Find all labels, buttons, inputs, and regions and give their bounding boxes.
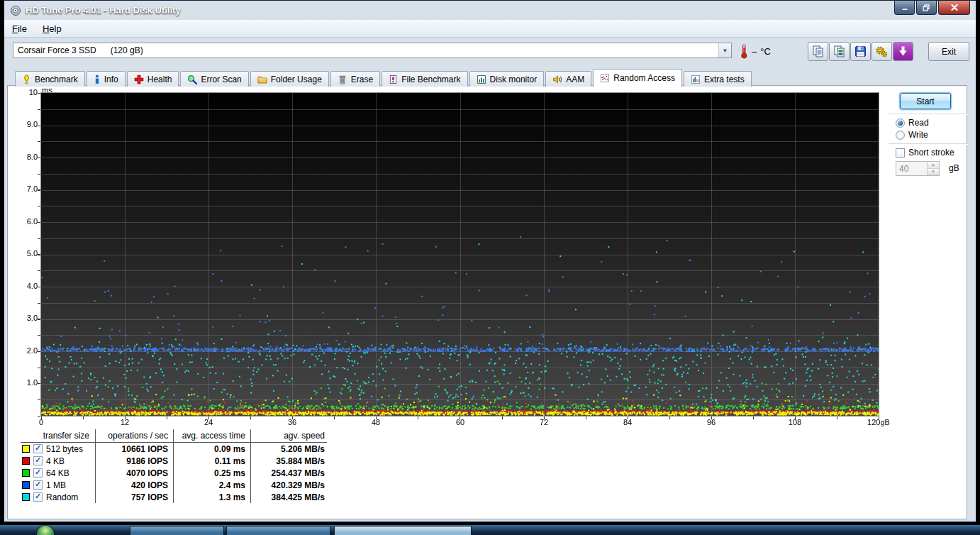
series-color-swatch <box>22 481 30 489</box>
restore-button[interactable] <box>916 1 937 15</box>
error-scan-icon <box>187 75 197 84</box>
tab-label: Disk monitor <box>490 75 538 84</box>
tab-label: File Benchmark <box>401 75 460 84</box>
toolbar: Corsair Force 3 SSD (120 gB) ▼ – °C <box>4 38 976 68</box>
read-label: Read <box>908 118 929 128</box>
chevron-down-icon[interactable]: ▼ <box>718 43 731 57</box>
series-checkbox[interactable] <box>33 456 43 465</box>
minimize-button[interactable] <box>894 1 915 15</box>
y-axis-ticks <box>38 93 40 417</box>
write-radio-row[interactable]: Write <box>896 130 928 140</box>
y-tick-label: 6.0 <box>13 217 38 226</box>
close-button[interactable] <box>938 1 970 15</box>
drive-selector[interactable]: Corsair Force 3 SSD (120 gB) ▼ <box>13 43 732 58</box>
spinner-down-icon[interactable]: ▼ <box>928 169 939 176</box>
series-label: 1 MB <box>46 480 66 490</box>
tab-info[interactable]: Info <box>87 71 126 87</box>
options-button[interactable] <box>872 42 892 61</box>
tab-random-access[interactable]: Random Access <box>593 69 682 87</box>
short-stroke-size-spinner[interactable]: 40 ▲ ▼ <box>896 161 940 176</box>
x-tick-label: 84 <box>606 418 649 426</box>
tab-file-benchmark[interactable]: File Benchmark <box>382 71 467 87</box>
results-table-header: transfer size operations / sec avg. acce… <box>21 429 327 443</box>
tab-label: Folder Usage <box>271 75 322 84</box>
speed-value: 254.437 MB/s <box>272 468 325 478</box>
x-tick-label: 0 <box>20 418 62 426</box>
menu-file[interactable]: File <box>4 21 35 37</box>
x-tick-label: 24 <box>187 418 230 426</box>
series-checkbox[interactable] <box>33 444 43 453</box>
access-time-value: 2.4 ms <box>219 480 245 490</box>
copy-text-button[interactable] <box>808 42 828 61</box>
spinner-up-icon[interactable]: ▲ <box>928 162 939 169</box>
table-row-64-kb: 64 KB 4070 IOPS 0.25 ms 254.437 MB/s <box>21 467 327 479</box>
tab-folder-usage[interactable]: Folder Usage <box>250 71 329 87</box>
header-operations: operations / sec <box>96 429 174 442</box>
short-stroke-checkbox[interactable] <box>896 148 905 158</box>
y-tick-label: 3.0 <box>13 314 38 322</box>
extra-tests-icon <box>691 75 701 84</box>
tab-extra-tests[interactable]: Extra tests <box>684 71 752 87</box>
chart-plot-area <box>41 93 879 416</box>
tab-strip: Benchmark Info Health Error Scan <box>4 68 976 87</box>
y-tick-label: 9.0 <box>13 120 38 128</box>
series-checkbox[interactable] <box>33 468 43 478</box>
tab-error-scan[interactable]: Error Scan <box>180 71 248 87</box>
options-gear-icon <box>875 45 889 58</box>
header-avg-speed: agv. speed <box>251 429 326 442</box>
download-update-button[interactable] <box>893 42 913 61</box>
header-access-time: avg. access time <box>174 429 251 442</box>
short-stroke-row[interactable]: Short stroke <box>896 148 954 158</box>
taskbar-button[interactable] <box>334 526 472 535</box>
file-benchmark-icon <box>389 75 398 84</box>
tab-benchmark[interactable]: Benchmark <box>15 71 85 87</box>
start-label: Start <box>916 96 934 106</box>
table-row-1-mb: 1 MB 420 IOPS 2.4 ms 420.329 MB/s <box>21 479 327 491</box>
disk-monitor-icon <box>477 75 486 84</box>
tab-aam[interactable]: AAM <box>545 71 591 87</box>
table-row-random: Random 757 IOPS 1.3 ms 384.425 MB/s <box>21 491 327 503</box>
save-button[interactable] <box>850 42 871 61</box>
access-time-value: 0.09 ms <box>214 444 245 454</box>
tab-health[interactable]: Health <box>127 71 179 87</box>
copy-image-button[interactable] <box>829 42 850 61</box>
series-checkbox[interactable] <box>33 492 43 502</box>
taskbar-button[interactable] <box>226 526 330 535</box>
tab-disk-monitor[interactable]: Disk monitor <box>469 71 545 87</box>
tab-erase[interactable]: Erase <box>330 71 380 87</box>
speed-value: 35.884 MB/s <box>276 456 325 466</box>
iops-value: 4070 IOPS <box>126 468 168 478</box>
folder-usage-icon <box>257 75 267 84</box>
y-tick-label: 2.0 <box>13 346 38 355</box>
exit-button[interactable]: Exit <box>928 42 969 61</box>
separator <box>889 114 968 115</box>
title-bar: HD Tune Pro 4.01 - Hard Disk Utility <box>4 1 976 20</box>
y-tick-label: 7.0 <box>13 184 38 193</box>
tab-label: AAM <box>566 75 584 84</box>
read-radio-row[interactable]: Read <box>896 118 929 128</box>
access-time-value: 0.25 ms <box>214 468 245 478</box>
series-checkbox[interactable] <box>33 480 43 490</box>
y-tick-label: 10 <box>13 88 38 96</box>
start-button[interactable]: Start <box>900 93 951 109</box>
spinner-value: 40 <box>896 162 927 175</box>
window-title: HD Tune Pro 4.01 - Hard Disk Utility <box>26 5 181 16</box>
write-radio[interactable] <box>896 131 905 140</box>
menu-help[interactable]: Help <box>35 21 69 37</box>
read-radio[interactable] <box>896 118 905 128</box>
random-access-panel: ms 10 9.0 8.0 7.0 6.0 5.0 4.0 3.0 2.0 1.… <box>7 85 967 519</box>
table-row-4-kb: 4 KB 9186 IOPS 0.11 ms 35.884 MB/s <box>21 455 327 467</box>
health-icon <box>134 75 144 84</box>
access-time-value: 0.11 ms <box>215 456 245 466</box>
random-access-chart-canvas <box>41 93 879 416</box>
write-label: Write <box>908 130 928 140</box>
x-tick-label: 36 <box>271 418 313 426</box>
access-time-value: 1.3 ms <box>219 492 245 502</box>
taskbar-button[interactable] <box>130 526 224 535</box>
tab-label: Benchmark <box>35 75 78 84</box>
size-unit-label: gB <box>949 163 959 173</box>
thermometer-icon <box>740 43 748 59</box>
tab-label: Info <box>104 75 118 84</box>
short-stroke-label: Short stroke <box>908 148 954 158</box>
separator <box>889 143 968 145</box>
